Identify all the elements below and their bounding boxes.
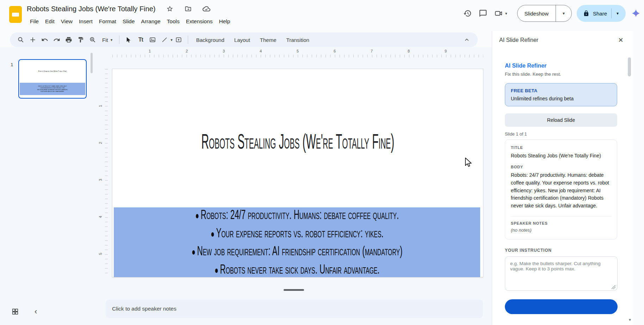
layout-button[interactable]: Layout	[229, 35, 255, 45]
slide-bullet: Your expense reports vs. robot efficienc…	[192, 224, 402, 242]
print-button[interactable]	[63, 35, 75, 45]
horizontal-ruler	[112, 55, 483, 57]
ruler-tick: 1	[149, 49, 151, 53]
title-label: TITLE	[511, 145, 611, 150]
share-label: Share	[593, 11, 607, 17]
version-history-icon[interactable]	[462, 8, 473, 19]
search-menus-icon[interactable]	[15, 35, 27, 45]
toolbar-divider	[188, 36, 188, 44]
instruction-label: YOUR INSTRUCTION	[505, 248, 617, 253]
ruler-tick: 5	[297, 49, 299, 53]
slide-thumbnail[interactable]: Robots Stealing Jobs (We're Totally Fine…	[18, 59, 87, 99]
comments-icon[interactable]	[478, 8, 488, 19]
zoom-fit-select[interactable]: Fit ▾	[99, 37, 116, 43]
speaker-notes-label: SPEAKER NOTES	[511, 221, 611, 225]
menu-help[interactable]: Help	[216, 17, 234, 26]
move-folder-icon[interactable]	[183, 4, 193, 14]
document-title[interactable]: Robots Stealing Jobs (We're Totally Fine…	[27, 5, 155, 13]
slide-bullet-list: Robots: 24/7 productivity. Humans: debat…	[192, 206, 402, 279]
slideshow-dropdown-icon[interactable]: ▾	[556, 11, 571, 16]
new-slide-button[interactable]	[27, 35, 39, 45]
slide-bullet: New job requirement: AI friendship certi…	[192, 242, 402, 261]
lock-icon	[583, 10, 589, 17]
slideshow-button[interactable]: Slideshow ▾	[517, 5, 572, 22]
zoom-fit-label: Fit	[102, 37, 108, 43]
body-label: BODY	[511, 165, 611, 169]
title-value: Robots Stealing Jobs (We're Totally Fine…	[511, 152, 611, 159]
undo-button[interactable]	[39, 35, 51, 45]
toolbar: Fit ▾ Tt ▾ Background Layout Theme Trans…	[10, 32, 478, 47]
ruler-tick: 2	[186, 49, 188, 53]
theme-button[interactable]: Theme	[255, 35, 281, 45]
gemini-icon[interactable]	[631, 8, 641, 19]
panel-scrollbar[interactable]	[628, 57, 631, 76]
menu-slide[interactable]: Slide	[119, 17, 138, 26]
slide-number-label: 1	[11, 62, 13, 67]
paint-format-button[interactable]	[75, 35, 87, 45]
slide-bullet: Robots: 24/7 productivity. Humans: debat…	[192, 206, 402, 224]
panel-title: AI Slide Refiner	[499, 37, 538, 43]
slide-counter: Slide 1 of 1	[505, 132, 617, 137]
insert-line-tool[interactable]	[159, 35, 171, 45]
slide-bullet: Robots never take sick days. Unfair adva…	[192, 261, 402, 279]
menubar: File Edit View Insert Format Slide Arran…	[27, 16, 233, 27]
insert-image-button[interactable]	[147, 35, 159, 45]
text-box-glyph: Tt	[138, 37, 143, 43]
menu-tools[interactable]: Tools	[164, 17, 183, 26]
zoom-in-icon[interactable]	[87, 35, 99, 45]
slide-title-text: Robots Stealing Jobs (We're Totally Fine…	[201, 129, 394, 154]
close-panel-icon[interactable]: ✕	[616, 35, 626, 45]
line-dropdown-icon[interactable]: ▾	[171, 38, 173, 42]
share-dropdown-icon[interactable]: ▾	[612, 11, 624, 16]
speaker-notes-value: (no notes)	[511, 227, 611, 233]
menu-format[interactable]: Format	[96, 17, 119, 26]
filmstrip-scrollbar[interactable]	[91, 53, 93, 73]
speaker-notes-input[interactable]: Click to add speaker notes	[106, 300, 483, 318]
menu-edit[interactable]: Edit	[42, 17, 58, 26]
text-box-tool[interactable]: Tt	[135, 35, 147, 45]
panel-scroll-down-icon[interactable]: ▾	[629, 317, 631, 322]
background-button[interactable]: Background	[191, 35, 229, 45]
menu-view[interactable]: View	[58, 17, 76, 26]
slideshow-label: Slideshow	[518, 11, 556, 17]
insert-placeholder-icon[interactable]	[173, 35, 185, 45]
camera-dropdown-icon[interactable]: ▾	[505, 11, 507, 16]
collapse-filmstrip-icon[interactable]: ‹	[35, 307, 37, 316]
body-value: Robots: 24/7 productivity. Humans: debat…	[511, 171, 611, 210]
reload-slide-button[interactable]: Reload Slide	[505, 113, 617, 127]
slide-body-textbox[interactable]: Robots: 24/7 productivity. Humans: debat…	[114, 207, 480, 277]
menu-extensions[interactable]: Extensions	[183, 17, 216, 26]
menu-insert[interactable]: Insert	[76, 17, 96, 26]
collapse-toolbar-icon[interactable]	[461, 37, 473, 43]
textarea-resize-grip[interactable]	[612, 285, 615, 289]
speaker-notes-section: SPEAKER NOTES (no notes)	[511, 216, 611, 233]
redo-button[interactable]	[51, 35, 63, 45]
ruler-tick: 7	[371, 49, 373, 53]
star-icon[interactable]	[165, 4, 175, 14]
notes-resize-handle[interactable]	[284, 289, 304, 291]
slides-logo[interactable]	[9, 6, 22, 23]
ruler-tick: 3	[98, 179, 103, 181]
ai-slide-refiner-panel: AI Slide Refiner ✕ AI Slide Refiner Fix …	[492, 31, 633, 325]
slide-title-textbox[interactable]: Robots Stealing Jobs (We're Totally Fine…	[112, 129, 483, 154]
meet-camera-icon[interactable]	[493, 8, 504, 19]
ruler-tick: 1	[98, 105, 103, 107]
cloud-status-icon[interactable]	[201, 4, 212, 14]
panel-body: AI Slide Refiner Fix this slide. Keep th…	[492, 49, 633, 315]
refine-submit-button[interactable]	[505, 299, 618, 314]
thumbnail-bullet: Robots never take sick days. Unfair adva…	[41, 91, 64, 93]
instruction-input[interactable]	[505, 256, 618, 291]
menu-arrange[interactable]: Arrange	[138, 17, 163, 26]
transition-button[interactable]: Transition	[281, 35, 314, 45]
menu-file[interactable]: File	[27, 17, 42, 26]
grid-view-button[interactable]	[11, 308, 19, 315]
share-button[interactable]: Share ▾	[577, 5, 626, 22]
free-beta-badge: FREE BETA Unlimited refines during beta	[505, 83, 617, 106]
toolbar-divider	[119, 36, 119, 44]
select-tool[interactable]	[123, 35, 135, 45]
slide-canvas[interactable]: Robots Stealing Jobs (We're Totally Fine…	[112, 69, 483, 277]
thumbnail-body-box: Robots: 24/7 productivity. Humans: debat…	[20, 83, 85, 95]
header-actions: ▾ Slideshow ▾ Share ▾	[462, 4, 641, 23]
ruler-tick: 3	[223, 49, 225, 53]
thumbnail-title: Robots Stealing Jobs (We're Totally Fine…	[26, 70, 79, 73]
